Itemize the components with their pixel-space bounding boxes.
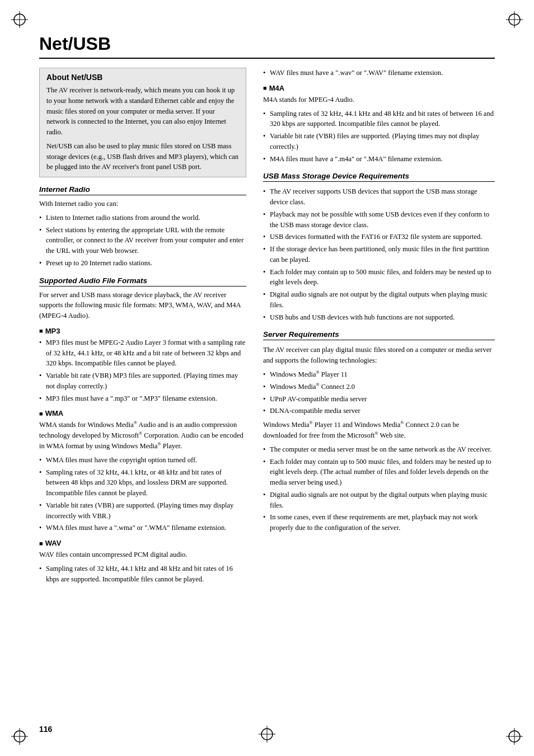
mp3-section: MP3 MP3 files must be MPEG-2 Audio Layer… [39,327,246,404]
wma-intro: WMA stands for Windows Media® Audio and … [39,420,246,452]
wma-bullets: WMA files must have the copyright option… [39,455,246,533]
list-item: WAV files must have a ".wav" or ".WAV" f… [263,68,495,78]
list-item: Variable bit rates (VBR) are supported. … [39,500,246,522]
m4a-bullets: Sampling rates of 32 kHz, 44.1 kHz and 4… [263,109,495,165]
mp3-heading: MP3 [39,327,246,335]
list-item: Digital audio signals are not output by … [263,289,495,311]
mp3-bullets: MP3 files must be MPEG-2 Audio Layer 3 f… [39,337,246,404]
list-item: In some cases, even if these requirement… [263,512,495,533]
about-box: About Net/USB The AV receiver is network… [39,68,246,177]
list-item: Variable bit rate (VBR) files are suppor… [263,131,495,152]
list-item: Sampling rates of 32 kHz, 44.1 kHz and 4… [39,564,246,585]
server-note: Windows Media® Player 11 and Windows Med… [263,420,495,441]
supported-audio-heading: Supported Audio File Formats [39,276,246,287]
about-para-1: The AV receiver is network-ready, which … [46,85,239,138]
list-item: Sampling rates of 32 kHz, 44.1 kHz and 4… [263,109,495,130]
list-item: Variable bit rate (VBR) MP3 files are su… [39,370,246,392]
list-item: Listen to Internet radio stations from a… [39,213,246,223]
m4a-intro: M4A stands for MPEG-4 Audio. [263,95,495,105]
list-item: WMA files must have a ".wma" or ".WMA" f… [39,523,246,533]
wma-heading: WMA [39,409,246,417]
corner-mark-tl [11,11,28,28]
list-item: WMA files must have the copyright option… [39,455,246,466]
list-item: The computer or media server must be on … [263,444,495,455]
wma-section: WMA WMA stands for Windows Media® Audio … [39,409,246,533]
corner-mark-tr [506,11,523,28]
wav-intro: WAV files contain uncompressed PCM digit… [39,550,246,560]
list-item: Sampling rates of 32 kHz, 44.1 kHz, or 4… [39,467,246,499]
internet-radio-heading: Internet Radio [39,185,246,195]
m4a-section: M4A M4A stands for MPEG-4 Audio. Samplin… [263,84,495,165]
right-column: WAV files must have a ".wav" or ".WAV" f… [263,68,495,588]
page-number: 116 [39,725,52,734]
wav-section: WAV WAV files contain uncompressed PCM d… [39,539,246,584]
list-item: MP3 files must have a ".mp3" or ".MP3" f… [39,393,246,404]
list-item: USB hubs and USB devices with hub functi… [263,312,495,323]
list-item: Digital audio signals are not output by … [263,490,495,511]
list-item: The AV receiver supports USB devices tha… [263,186,495,208]
wav-continued-bullets: WAV files must have a ".wav" or ".WAV" f… [263,68,495,78]
supported-audio-intro: For server and USB mass storage device p… [39,290,246,321]
page-title: Net/USB [39,34,495,59]
wav-heading: WAV [39,539,246,547]
list-item: Each folder may contain up to 500 music … [263,457,495,488]
corner-mark-bl [11,728,28,745]
usb-requirements-bullets: The AV receiver supports USB devices tha… [263,186,495,322]
list-item: If the storage device has been partition… [263,244,495,265]
main-content: About Net/USB The AV receiver is network… [39,68,495,588]
center-mark [259,726,275,745]
list-item: DLNA-compatible media server [263,406,495,416]
server-requirements-heading: Server Requirements [263,330,495,340]
tech-list: Windows Media® Player 11 Windows Media® … [263,369,495,416]
m4a-heading: M4A [263,84,495,92]
usb-requirements-heading: USB Mass Storage Device Requirements [263,172,495,182]
internet-radio-intro: With Internet radio you can: [39,199,246,209]
list-item: UPnP AV-compatible media server [263,394,495,405]
wav-bullets: Sampling rates of 32 kHz, 44.1 kHz and 4… [39,564,246,585]
corner-mark-br [506,728,523,745]
about-para-2: Net/USB can also be used to play music f… [46,141,239,172]
list-item: Windows Media® Connect 2.0 [263,382,495,392]
server-bullets: The computer or media server must be on … [263,444,495,533]
list-item: MP3 files must be MPEG-2 Audio Layer 3 f… [39,337,246,369]
list-item: Select stations by entering the appropri… [39,225,246,256]
list-item: USB devices formatted with the FAT16 or … [263,232,495,242]
server-requirements-intro: The AV receiver can play digital music f… [263,345,495,366]
list-item: Playback may not be possible with some U… [263,209,495,231]
page: Net/USB About Net/USB The AV receiver is… [0,0,534,756]
list-item: M4A files must have a ".m4a" or ".M4A" f… [263,154,495,165]
left-column: About Net/USB The AV receiver is network… [39,68,246,588]
about-heading: About Net/USB [46,73,239,82]
list-item: Windows Media® Player 11 [263,369,495,380]
list-item: Preset up to 20 Internet radio stations. [39,258,246,269]
internet-radio-bullets: Listen to Internet radio stations from a… [39,213,246,269]
list-item: Each folder may contain up to 500 music … [263,267,495,288]
